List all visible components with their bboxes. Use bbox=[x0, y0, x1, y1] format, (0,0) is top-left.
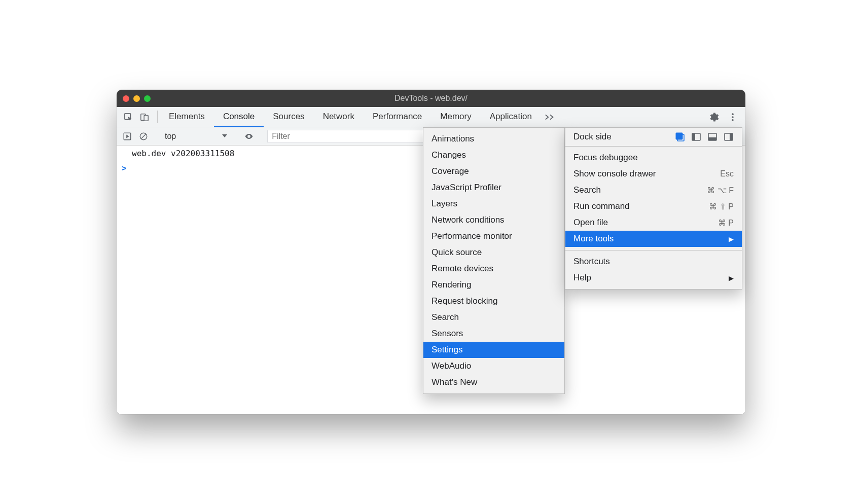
submenu-item[interactable]: Sensors bbox=[423, 326, 564, 342]
submenu-item-label: Rendering bbox=[432, 280, 471, 290]
execution-context-play-icon[interactable] bbox=[122, 131, 133, 142]
svg-rect-16 bbox=[730, 133, 733, 140]
separator bbox=[157, 111, 158, 123]
tab-application[interactable]: Application bbox=[481, 107, 541, 127]
submenu-item[interactable]: Performance monitor bbox=[423, 228, 564, 244]
execution-context-label: top bbox=[165, 132, 176, 141]
submenu-item[interactable]: Request blocking bbox=[423, 293, 564, 309]
main-menu-kebab-icon[interactable] bbox=[727, 112, 738, 123]
tab-label: Console bbox=[223, 112, 255, 122]
submenu-item[interactable]: Animations bbox=[423, 131, 564, 147]
tab-label: Elements bbox=[169, 112, 205, 122]
close-window-button[interactable] bbox=[123, 95, 129, 102]
tab-console[interactable]: Console bbox=[214, 107, 264, 127]
tab-label: Sources bbox=[273, 112, 304, 122]
svg-point-3 bbox=[732, 113, 734, 115]
tab-strip: Elements Console Sources Network Perform… bbox=[117, 107, 745, 127]
main-menu-item[interactable]: More tools▶ bbox=[565, 231, 742, 247]
main-menu-item[interactable]: Shortcuts bbox=[565, 254, 742, 270]
tab-label: Performance bbox=[373, 112, 422, 122]
dock-right-icon[interactable] bbox=[724, 132, 734, 142]
submenu-item[interactable]: Quick source bbox=[423, 244, 564, 261]
submenu-item[interactable]: Coverage bbox=[423, 163, 564, 179]
submenu-item[interactable]: Search bbox=[423, 309, 564, 326]
submenu-item[interactable]: Layers bbox=[423, 196, 564, 212]
submenu-item-label: Layers bbox=[432, 199, 457, 209]
submenu-item-label: Request blocking bbox=[432, 296, 497, 306]
tab-label: Memory bbox=[440, 112, 471, 122]
main-menu-item-label: Show console drawer bbox=[573, 169, 656, 179]
submenu-item[interactable]: Network conditions bbox=[423, 212, 564, 228]
main-menu: Dock side Focus debuggeeShow console dra… bbox=[565, 127, 742, 290]
svg-rect-2 bbox=[144, 115, 148, 121]
main-menu-item-label: Search bbox=[573, 185, 601, 195]
submenu-item[interactable]: WebAudio bbox=[423, 358, 564, 374]
menu-shortcut: ⌘ P bbox=[718, 218, 734, 228]
tab-network[interactable]: Network bbox=[314, 107, 364, 127]
tab-strip-left-icons bbox=[121, 107, 155, 127]
submenu-item-label: Network conditions bbox=[432, 215, 505, 225]
dock-undock-icon[interactable] bbox=[675, 132, 685, 142]
submenu-item[interactable]: Changes bbox=[423, 147, 564, 163]
dock-side-label: Dock side bbox=[573, 132, 612, 142]
main-menu-item-label: Help bbox=[573, 273, 591, 283]
live-expression-eye-icon[interactable] bbox=[243, 131, 255, 142]
tab-performance[interactable]: Performance bbox=[364, 107, 431, 127]
submenu-item-label: Settings bbox=[432, 345, 462, 355]
main-menu-item[interactable]: Help▶ bbox=[565, 270, 742, 286]
dock-bottom-icon[interactable] bbox=[707, 132, 717, 142]
submenu-arrow-icon: ▶ bbox=[729, 235, 734, 243]
main-menu-item-label: Run command bbox=[573, 201, 630, 211]
tab-label: Network bbox=[323, 112, 354, 122]
window-controls bbox=[123, 95, 151, 102]
settings-gear-icon[interactable] bbox=[709, 112, 720, 123]
main-menu-item[interactable]: Run command⌘ ⇧ P bbox=[565, 198, 742, 214]
submenu-item-label: Animations bbox=[432, 134, 474, 144]
toggle-device-toolbar-icon[interactable] bbox=[139, 112, 150, 123]
submenu-item[interactable]: Rendering bbox=[423, 277, 564, 293]
main-menu-item[interactable]: Search⌘ ⌥ F bbox=[565, 182, 742, 198]
main-menu-item[interactable]: Focus debuggee bbox=[565, 150, 742, 166]
execution-context-select[interactable]: top bbox=[162, 132, 231, 141]
svg-rect-14 bbox=[708, 137, 716, 140]
submenu-item-label: Coverage bbox=[432, 166, 469, 176]
submenu-arrow-icon: ▶ bbox=[729, 274, 734, 282]
more-tabs-icon[interactable] bbox=[544, 112, 555, 123]
menu-shortcut: ⌘ ⌥ F bbox=[707, 186, 734, 195]
dock-left-icon[interactable] bbox=[691, 132, 701, 142]
svg-line-8 bbox=[141, 134, 146, 138]
svg-rect-10 bbox=[676, 133, 683, 139]
submenu-item-label: Search bbox=[432, 312, 459, 322]
tab-label: Application bbox=[490, 112, 532, 122]
tab-memory[interactable]: Memory bbox=[431, 107, 480, 127]
menu-shortcut: Esc bbox=[720, 169, 734, 178]
dock-side-icons bbox=[675, 132, 734, 142]
submenu-item-label: Performance monitor bbox=[432, 231, 512, 241]
more-tools-submenu: AnimationsChangesCoverageJavaScript Prof… bbox=[423, 127, 565, 394]
main-menu-item-label: Shortcuts bbox=[573, 257, 610, 267]
submenu-item[interactable]: Remote devices bbox=[423, 261, 564, 277]
menu-shortcut: ⌘ ⇧ P bbox=[709, 202, 734, 211]
tab-elements[interactable]: Elements bbox=[160, 107, 214, 127]
submenu-item-label: What's New bbox=[432, 377, 477, 387]
submenu-item-label: Changes bbox=[432, 150, 466, 160]
main-menu-item[interactable]: Open file⌘ P bbox=[565, 214, 742, 231]
clear-console-icon[interactable] bbox=[138, 131, 149, 142]
dock-side-row: Dock side bbox=[565, 128, 742, 146]
submenu-item[interactable]: What's New bbox=[423, 374, 564, 390]
zoom-window-button[interactable] bbox=[144, 95, 151, 102]
submenu-item-label: WebAudio bbox=[432, 361, 471, 371]
tab-sources[interactable]: Sources bbox=[264, 107, 313, 127]
main-menu-item[interactable]: Show console drawerEsc bbox=[565, 166, 742, 182]
main-menu-item-label: Focus debuggee bbox=[573, 153, 638, 163]
inspect-element-icon[interactable] bbox=[123, 112, 134, 123]
minimize-window-button[interactable] bbox=[133, 95, 140, 102]
svg-point-4 bbox=[732, 116, 734, 118]
submenu-item[interactable]: JavaScript Profiler bbox=[423, 179, 564, 196]
window-title: DevTools - web.dev/ bbox=[117, 94, 745, 103]
submenu-item-label: Quick source bbox=[432, 247, 482, 258]
submenu-item-label: Sensors bbox=[432, 329, 463, 339]
svg-rect-12 bbox=[692, 133, 695, 140]
main-menu-item-label: More tools bbox=[573, 234, 614, 244]
submenu-item[interactable]: Settings bbox=[423, 342, 564, 358]
